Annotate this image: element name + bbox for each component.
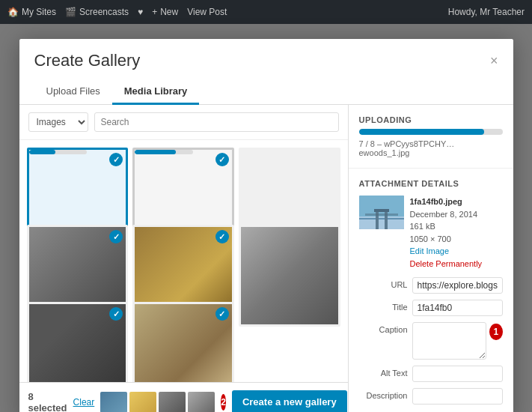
tab-upload-files[interactable]: Upload Files xyxy=(34,79,112,105)
media-grid: ✓ ✓ xyxy=(19,140,348,382)
heart-icon: ♥ xyxy=(138,7,143,17)
media-item-bridge[interactable]: ✓ xyxy=(132,302,234,382)
caption-value-container: 1 xyxy=(412,322,503,360)
media-filter-select[interactable]: Images xyxy=(28,112,88,132)
home-icon: 🏠 xyxy=(7,7,19,17)
description-field: Description xyxy=(359,388,503,405)
svg-rect-6 xyxy=(365,213,398,216)
attachment-dimensions: 1050 × 700 xyxy=(410,234,451,243)
clear-link[interactable]: Clear xyxy=(73,397,95,408)
title-value-container xyxy=(412,300,503,316)
media-item-tools[interactable]: ✓ xyxy=(27,302,129,382)
upload-status: 7 / 8 – wPCyys8TPCHY…ewoods_1.jpg xyxy=(359,139,503,157)
attachment-size: 161 kB xyxy=(410,222,435,231)
url-input[interactable] xyxy=(412,277,503,294)
svg-rect-3 xyxy=(376,210,379,229)
admin-bar-viewpost[interactable]: View Post xyxy=(187,7,227,17)
attachment-thumb xyxy=(359,196,404,229)
wp-wrapper: Create Gallery × Upload Files Media Libr… xyxy=(0,24,532,412)
alt-text-input[interactable] xyxy=(412,366,503,382)
tab-media-library[interactable]: Media Library xyxy=(112,79,200,105)
upload-section: UPLOADING 7 / 8 – wPCyys8TPCHY…ewoods_1.… xyxy=(349,105,513,169)
alt-text-value-container xyxy=(412,366,503,382)
plus-icon: + xyxy=(152,7,157,17)
attachment-preview: 1fa14fb0.jpeg December 8, 2014 161 kB 10… xyxy=(359,196,503,270)
media-toolbar: Images xyxy=(19,105,348,140)
upload-progress-fill xyxy=(359,129,484,135)
check-icon-1: ✓ xyxy=(109,153,123,166)
thumb-4 xyxy=(188,392,215,413)
modal-body: Images ✓ ✓ xyxy=(19,105,513,412)
loading-bar-fill-1 xyxy=(29,150,55,154)
admin-bar-user: Howdy, Mr Teacher xyxy=(448,7,525,17)
admin-bar-heart[interactable]: ♥ xyxy=(138,7,143,17)
modal-close-button[interactable]: × xyxy=(490,54,498,67)
svg-rect-2 xyxy=(359,218,404,219)
title-input[interactable] xyxy=(412,300,503,316)
alt-text-field: Alt Text xyxy=(359,366,503,382)
description-value-container xyxy=(412,388,503,405)
thumb-2 xyxy=(129,392,156,413)
upload-label: UPLOADING xyxy=(359,115,503,124)
loading-bar-fill-2 xyxy=(135,150,175,154)
title-label: Title xyxy=(359,300,408,312)
title-field: Title xyxy=(359,300,503,316)
modal-overlay: Create Gallery × Upload Files Media Libr… xyxy=(0,24,532,412)
check-icon-5: ✓ xyxy=(215,230,229,243)
loading-bar-2 xyxy=(135,150,193,154)
screencasts-icon: 🎬 xyxy=(65,7,76,17)
url-label: URL xyxy=(359,277,408,289)
description-label: Description xyxy=(359,388,408,400)
attachment-date: December 8, 2014 xyxy=(410,210,478,219)
alt-text-label: Alt Text xyxy=(359,366,408,378)
description-input[interactable] xyxy=(412,388,503,405)
media-item-books[interactable] xyxy=(239,225,340,327)
media-footer: 8 selected Clear 2 Create a new gallery xyxy=(19,382,348,412)
attachment-meta: 1fa14fb0.jpeg December 8, 2014 161 kB 10… xyxy=(410,196,483,270)
thumb-3 xyxy=(159,392,186,413)
admin-bar: 🏠 My Sites 🎬 Screencasts ♥ + New View Po… xyxy=(0,0,532,24)
media-panel: Images ✓ ✓ xyxy=(19,105,349,412)
modal-tabs: Upload Files Media Library xyxy=(34,79,498,104)
attachment-section: ATTACHMENT DETAILS xyxy=(349,169,513,412)
admin-bar-mysites[interactable]: 🏠 My Sites xyxy=(7,7,56,17)
caption-badge: 1 xyxy=(489,324,503,340)
check-icon-8: ✓ xyxy=(215,307,229,321)
badge-2: 2 xyxy=(221,394,226,411)
url-field: URL xyxy=(359,277,503,294)
attachment-filename: 1fa14fb0.jpeg xyxy=(410,197,462,206)
caption-label: Caption xyxy=(359,322,408,334)
check-icon-2: ✓ xyxy=(215,153,229,166)
svg-rect-5 xyxy=(374,209,389,212)
admin-bar-screencasts[interactable]: 🎬 Screencasts xyxy=(65,7,129,17)
attachment-thumb-image xyxy=(359,196,404,229)
create-gallery-modal: Create Gallery × Upload Files Media Libr… xyxy=(19,39,513,412)
loading-bar-1 xyxy=(29,150,88,154)
media-search-input[interactable] xyxy=(94,112,339,132)
modal-header: Create Gallery × Upload Files Media Libr… xyxy=(19,39,513,105)
attachment-label: ATTACHMENT DETAILS xyxy=(359,179,503,188)
upload-progress-bar xyxy=(359,129,503,135)
details-panel: UPLOADING 7 / 8 – wPCyys8TPCHY…ewoods_1.… xyxy=(349,105,513,412)
caption-textarea[interactable] xyxy=(412,322,486,360)
create-gallery-button[interactable]: Create a new gallery xyxy=(232,390,347,412)
selected-count: 8 selected xyxy=(28,391,67,413)
admin-bar-new[interactable]: + New xyxy=(152,7,178,17)
modal-title: Create Gallery xyxy=(34,51,141,70)
edit-image-link[interactable]: Edit Image xyxy=(410,245,483,258)
thumb-strip xyxy=(100,392,215,413)
svg-rect-4 xyxy=(385,210,388,229)
thumb-1 xyxy=(100,392,127,413)
url-value-container xyxy=(412,277,503,294)
caption-field: Caption 1 xyxy=(359,322,503,360)
delete-permanently-link[interactable]: Delete Permanently xyxy=(410,258,483,270)
